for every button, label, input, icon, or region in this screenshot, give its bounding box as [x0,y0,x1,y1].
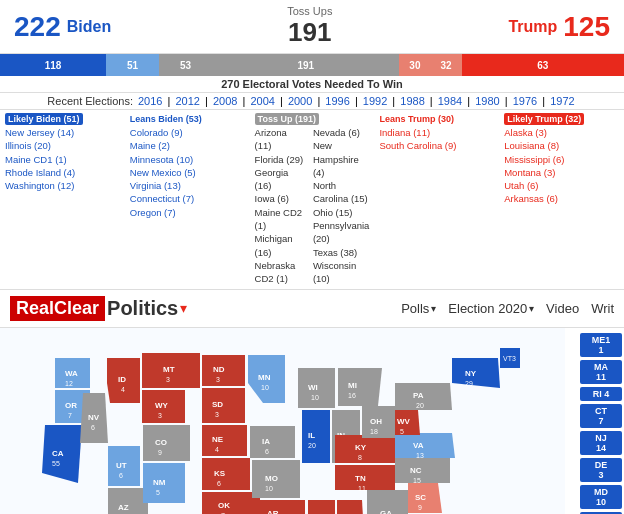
state-nc-shape[interactable] [395,458,450,483]
col-header-leans-biden: Leans Biden (53) [130,113,245,124]
recent-2000[interactable]: 2000 [288,95,312,107]
svg-text:CO: CO [155,438,167,447]
svg-text:AR: AR [267,509,279,514]
state-ks-shape[interactable] [202,458,250,490]
svg-text:ND: ND [213,365,225,374]
nav-video[interactable]: Video [546,301,579,316]
state-texas: Texas (38) [313,246,370,259]
nav-writ[interactable]: Writ [591,301,614,316]
svg-text:MO: MO [265,474,278,483]
state-ia-shape[interactable] [250,426,295,458]
state-rhode-island: Rhode Island (4) [5,166,120,179]
svg-text:SC: SC [415,493,426,502]
nav-election-2020[interactable]: Election 2020 ▾ [448,301,534,316]
nav-links: Polls ▾ Election 2020 ▾ Video Writ [401,301,614,316]
state-maine-cd1: Maine CD1 (1) [5,153,120,166]
state-ma-box[interactable]: MA11 [580,360,622,384]
col-header-likely-biden: Likely Biden (51) [5,113,120,124]
recent-label: Recent Elections: [47,95,136,107]
state-georgia: Georgia (16) [255,166,305,193]
polls-dropdown-icon: ▾ [431,303,436,314]
state-mi-shape[interactable] [338,368,382,406]
state-me1-box[interactable]: ME11 [580,333,622,357]
svg-text:TN: TN [355,474,366,483]
state-il-shape[interactable] [302,410,330,463]
state-va-shape[interactable] [395,433,455,458]
state-nj-box[interactable]: NJ14 [580,431,622,455]
state-de-box[interactable]: DE3 [580,458,622,482]
state-md-box[interactable]: MD10 [580,485,622,509]
svg-text:6: 6 [265,448,269,455]
state-ohio: Ohio (15) [313,206,370,219]
svg-text:OR: OR [65,401,77,410]
svg-text:NE: NE [212,435,224,444]
state-alaska: Alaska (3) [504,126,619,139]
state-new-hampshire: New Hampshire (4) [313,139,370,179]
svg-text:7: 7 [68,412,72,419]
svg-text:20: 20 [308,442,316,449]
state-nevada: Nevada (6) [313,126,370,139]
nav-polls[interactable]: Polls ▾ [401,301,436,316]
state-indiana: Indiana (11) [379,126,494,139]
state-wisconsin: Wisconsin (10) [313,259,370,286]
svg-text:8: 8 [358,454,362,461]
svg-text:WV: WV [397,417,411,426]
svg-text:9: 9 [418,504,422,511]
svg-text:4: 4 [121,386,125,393]
logo-text: Politics [107,297,178,320]
electoral-map: WA 12 OR 7 CA 55 NV 6 ID 4 MT 3 WY 3 UT … [0,328,565,514]
bar-light-red-right: 32 [431,54,462,76]
logo-dropdown-icon[interactable]: ▾ [180,300,187,316]
svg-text:SD: SD [212,400,223,409]
state-ms-shape[interactable] [308,500,335,514]
state-louisiana: Louisiana (8) [504,139,619,152]
election-dropdown-icon: ▾ [529,303,534,314]
recent-2016[interactable]: 2016 [138,95,162,107]
svg-text:WI: WI [308,383,318,392]
svg-text:CA: CA [52,449,64,458]
state-ne-shape[interactable] [202,425,247,456]
svg-text:6: 6 [217,480,221,487]
svg-text:10: 10 [261,384,269,391]
state-sd-shape[interactable] [202,388,245,423]
bar-gray-left: 53 [159,54,212,76]
state-ri-box[interactable]: RI 4 [580,387,622,401]
recent-1984[interactable]: 1984 [438,95,462,107]
state-ct-box[interactable]: CT7 [580,404,622,428]
svg-text:MI: MI [348,381,357,390]
state-virginia: Virginia (13) [130,179,245,192]
svg-text:IL: IL [308,431,315,440]
svg-text:18: 18 [370,428,378,435]
recent-1992[interactable]: 1992 [363,95,387,107]
svg-text:55: 55 [52,460,60,467]
state-al-shape[interactable] [337,500,365,514]
electoral-bar: 118 51 53 191 30 32 63 [0,54,624,76]
state-north-carolina: North Carolina (15) [313,179,370,206]
svg-text:MN: MN [258,373,271,382]
svg-text:3: 3 [216,376,220,383]
svg-text:VA: VA [413,441,424,450]
trump-name: Trump [508,18,557,36]
recent-1976[interactable]: 1976 [513,95,537,107]
state-connecticut: Connecticut (7) [130,192,245,205]
recent-1988[interactable]: 1988 [400,95,424,107]
trump-score-block: Trump 125 [508,11,610,43]
recent-1996[interactable]: 1996 [325,95,349,107]
right-panel-states: ME11 MA11 RI 4 CT7 NJ14 DE3 MD10 DC3 [580,333,622,514]
svg-text:10: 10 [311,394,319,401]
recent-2004[interactable]: 2004 [250,95,274,107]
svg-text:9: 9 [158,449,162,456]
svg-text:4: 4 [215,446,219,453]
svg-text:NY: NY [465,369,477,378]
recent-1972[interactable]: 1972 [550,95,574,107]
svg-text:3: 3 [166,376,170,383]
state-ar-shape[interactable] [255,500,305,514]
col-leans-biden: Leans Biden (53) Colorado (9) Maine (2) … [125,110,250,289]
recent-2008[interactable]: 2008 [213,95,237,107]
state-ok-shape[interactable] [202,492,260,514]
svg-text:10: 10 [265,485,273,492]
recent-2012[interactable]: 2012 [175,95,199,107]
state-lists: Likely Biden (51) New Jersey (14) Illino… [0,110,624,290]
state-utah: Utah (6) [504,179,619,192]
recent-1980[interactable]: 1980 [475,95,499,107]
